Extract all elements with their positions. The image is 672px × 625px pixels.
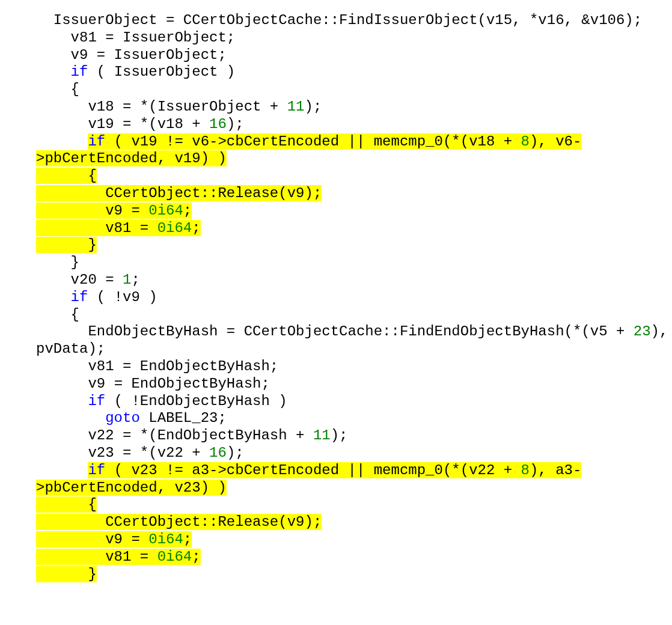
code-token: 11 <box>313 427 331 444</box>
code-token: v81 = IssuerObject; <box>71 29 236 46</box>
code-token: ; <box>183 531 192 547</box>
code-token: ( v23 != a3->cbCertEncoded || memcmp_0(*… <box>105 462 521 478</box>
code-token: 11 <box>287 99 305 115</box>
code-token: CCertObject::Release(v9); <box>36 185 322 201</box>
code-token: if <box>88 133 105 150</box>
code-token: if <box>88 393 105 409</box>
code-token: ), v6- <box>530 133 581 150</box>
code-token: ; <box>131 272 139 288</box>
code-token: ); <box>331 427 348 444</box>
code-page: IssuerObject = CCertObjectCache::FindIss… <box>0 0 672 625</box>
code-token: ; <box>192 220 200 236</box>
code-token: goto <box>105 410 140 426</box>
code-token <box>36 462 88 478</box>
code-token: 0i64 <box>157 220 192 236</box>
code-token: 8 <box>521 462 530 478</box>
code-token: ( !EndObjectByHash ) <box>105 393 287 409</box>
code-token: >pbCertEncoded, v19) ) <box>36 150 227 166</box>
code-token: ); <box>305 99 322 115</box>
code-token: IssuerObject = CCertObjectCache::FindIss… <box>53 12 642 28</box>
code-token: { <box>71 306 79 323</box>
code-token: >pbCertEncoded, v23) ) <box>36 480 227 496</box>
code-token: v19 = *(v18 + <box>88 116 209 132</box>
code-token: } <box>36 566 97 582</box>
code-token: v81 = <box>36 220 157 236</box>
code-token: ), a3- <box>530 462 581 478</box>
code-token: 16 <box>209 116 227 132</box>
code-token: ( v19 != v6->cbCertEncoded || memcmp_0(*… <box>105 133 521 150</box>
code-token: 0i64 <box>148 203 183 219</box>
code-token: 8 <box>521 133 530 150</box>
code-token: ); <box>227 445 244 461</box>
code-token: v22 = *(EndObjectByHash + <box>88 427 313 444</box>
code-token: ( IssuerObject ) <box>88 64 235 80</box>
code-token: EndObjectByHash = CCertObjectCache::Find… <box>88 323 633 340</box>
code-token: v9 = <box>36 203 148 219</box>
code-token: ), <box>651 323 672 340</box>
code-token: if <box>71 64 88 80</box>
code-token: { <box>36 168 97 184</box>
code-token: ); <box>227 116 244 132</box>
code-token: { <box>36 496 97 513</box>
code-token: pvData); <box>36 341 105 357</box>
code-token: CCertObject::Release(v9); <box>36 514 322 530</box>
code-token <box>36 133 88 150</box>
code-token: v81 = EndObjectByHash; <box>88 358 278 374</box>
code-token: if <box>71 289 88 305</box>
code-token: v9 = IssuerObject; <box>71 47 227 63</box>
code-token: v9 = EndObjectByHash; <box>88 376 269 392</box>
code-token: v81 = <box>36 549 157 565</box>
code-token: } <box>36 237 97 253</box>
code-token: 0i64 <box>148 531 183 547</box>
code-token: ; <box>192 549 200 565</box>
code-token: 16 <box>209 445 227 461</box>
code-token: if <box>88 462 105 478</box>
code-token: 23 <box>634 323 651 340</box>
code-token: ; <box>183 203 192 219</box>
code-token: v18 = *(IssuerObject + <box>88 99 287 115</box>
code-token: 1 <box>123 272 131 288</box>
code-token: ( !v9 ) <box>88 289 157 305</box>
code-token: { <box>71 81 79 97</box>
code-token: v9 = <box>36 531 148 547</box>
code-token: LABEL_23; <box>140 410 227 426</box>
code-token: v20 = <box>71 272 123 288</box>
code-token: v23 = *(v22 + <box>88 445 209 461</box>
code-token: 0i64 <box>157 549 192 565</box>
decompiled-code-block: IssuerObject = CCertObjectCache::FindIss… <box>0 12 672 583</box>
code-token: } <box>71 254 79 270</box>
